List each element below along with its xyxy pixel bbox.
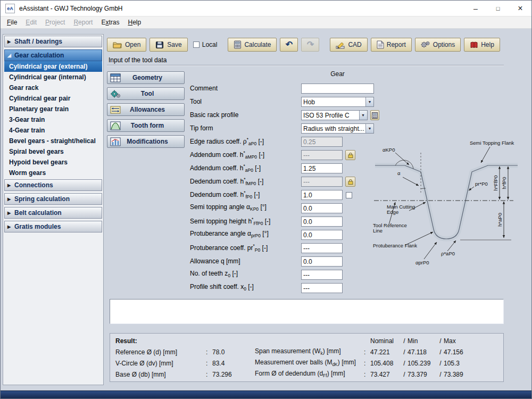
sidebar-item-3-gear-train[interactable]: 3-Gear train [4, 114, 102, 125]
comment-input[interactable] [301, 84, 374, 94]
gear-calculation-items: Cylindrical gear (external) Cylindrical … [4, 61, 102, 178]
undo-button[interactable]: ↶ [280, 38, 298, 52]
dedendum-mod-coeff-input[interactable] [301, 177, 343, 187]
sidebar-item-hypoid-bevel-gears[interactable]: Hypoid bevel gears [4, 157, 102, 168]
dedendum-label: Dedendum coeff. h*fP0 [-] [190, 189, 301, 201]
save-button[interactable]: Save [149, 38, 187, 52]
protuberance-angle-input[interactable] [301, 230, 343, 240]
sidebar-item-bevel-gears[interactable]: Bevel gears - straight/helical [4, 136, 102, 146]
sidebar-section-gear-calculation[interactable]: ◢ Gear calculation [4, 49, 102, 61]
addendum-mod-coeff-input[interactable] [301, 150, 343, 160]
cad-button[interactable]: CAD [330, 38, 367, 52]
profile-shift-input[interactable] [301, 283, 343, 293]
chart-icon [110, 137, 121, 146]
section-label: Gratis modules [14, 223, 61, 230]
semi-topping-angle-input[interactable] [301, 203, 343, 213]
tool-select-value: Hob [302, 97, 365, 106]
sidebar-section-connections[interactable]: ▶ Connections [4, 179, 102, 191]
result-row-base: Base Ø (db) [mm] : 73.296 Form Ø of dede… [115, 369, 503, 380]
maximize-button[interactable]: □ [487, 1, 509, 16]
sidebar-section-belt-calculation[interactable]: ▶ Belt calculation [4, 207, 102, 219]
tolerance-icon [110, 105, 121, 114]
cad-label: CAD [348, 41, 361, 48]
menu-report[interactable]: Report [69, 18, 97, 27]
minimize-button[interactable]: – [464, 1, 487, 16]
section-title: Input of the tool data [109, 56, 167, 64]
result-panel: Result: Nominal / Min / Max Reference Ø … [110, 333, 504, 382]
help-button[interactable]: Help [464, 38, 500, 52]
allowances-label: Allowances [124, 106, 184, 113]
sidebar-section-shaft-bearings[interactable]: ▶ Shaft / bearings [4, 36, 102, 47]
redo-button[interactable]: ↷ [301, 38, 319, 52]
menu-edit[interactable]: Edit [21, 18, 41, 27]
calculator-icon [234, 40, 242, 49]
section-label: Spring calculation [14, 195, 70, 203]
tool-select[interactable]: Hob ▼ [301, 97, 374, 107]
calculate-button[interactable]: Calculate [228, 38, 277, 52]
sidebar-section-spring-calculation[interactable]: ▶ Spring calculation [4, 193, 102, 205]
sidebar-item-4-gear-train[interactable]: 4-Gear train [4, 125, 102, 136]
options-label: Options [433, 41, 455, 48]
addendum-label: Addendum coeff. h*aP0 [-] [190, 163, 301, 174]
bottom-bar [1, 390, 531, 398]
sidebar-item-planetary-gear-train[interactable]: Planetary gear train [4, 104, 102, 114]
rack-profile-detail-button[interactable] [370, 110, 379, 120]
lock-icon [348, 179, 353, 185]
addendum-lock-button[interactable] [345, 150, 355, 160]
local-checkbox-group[interactable]: Local [193, 41, 218, 48]
open-button[interactable]: Open [107, 38, 146, 52]
geometry-button[interactable]: Geometry [107, 71, 185, 84]
modifications-button[interactable]: Modifications [107, 135, 185, 148]
sidebar-item-cylindrical-gear-external[interactable]: Cylindrical gear (external) [4, 61, 102, 72]
section-label: Shaft / bearings [14, 38, 62, 45]
diagram-label-semi-topping-flank: Semi Topping Flank [470, 140, 514, 146]
dedendum-checkbox[interactable] [346, 192, 352, 198]
result-title: Result: [115, 337, 206, 345]
modifications-label: Modifications [124, 138, 184, 145]
chevron-right-icon: ▶ [7, 183, 11, 188]
menu-file[interactable]: File [3, 18, 21, 27]
report-button[interactable]: Report [371, 38, 412, 52]
local-checkbox[interactable] [193, 41, 200, 48]
report-label: Report [387, 41, 406, 48]
close-button[interactable]: × [509, 1, 531, 16]
sidebar-section-gratis-modules[interactable]: ▶ Gratis modules [4, 221, 102, 232]
menu-help[interactable]: Help [123, 18, 145, 27]
allowance-input[interactable] [301, 256, 343, 267]
report-document-icon [377, 40, 384, 49]
semi-topping-height-input[interactable] [301, 217, 343, 227]
sidebar-item-worm-gears[interactable]: Worm gears [4, 168, 102, 178]
sidebar-item-gear-rack[interactable]: Gear rack [4, 82, 102, 93]
protuberance-coeff-input[interactable] [301, 243, 343, 253]
tool-data-form: Gear Comment Tool Hob ▼ Basic rack profi… [190, 70, 379, 295]
sidebar-item-cylindrical-gear-pair[interactable]: Cylindrical gear pair [4, 93, 102, 104]
menu-extras[interactable]: Extras [97, 18, 123, 27]
edge-radius-coeff-input[interactable] [301, 137, 343, 147]
comment-label: Comment [190, 85, 301, 92]
sidebar-item-cylindrical-gear-internal[interactable]: Cylindrical gear (internal) [4, 72, 102, 82]
protuberance-angle-label: Protuberance angle αprP0 [°] [190, 230, 301, 239]
basic-rack-profile-select[interactable]: ISO 53 Profile C ▼ [301, 110, 368, 120]
local-label: Local [202, 41, 218, 48]
save-label: Save [167, 41, 181, 48]
tool-label: Tool [124, 90, 184, 97]
tip-form-select[interactable]: Radius with straight... ▼ [301, 123, 374, 134]
toolbar: Open Save Local Calculate ↶ ↷ CAD [107, 37, 528, 52]
addendum-coeff-input[interactable] [301, 163, 343, 173]
tooth-form-button[interactable]: Tooth form [107, 119, 185, 132]
diagram-label-h-ap0: h*aP0 [497, 213, 503, 227]
allowances-button[interactable]: Allowances [107, 103, 185, 116]
gear-icon [421, 40, 430, 49]
menu-project[interactable]: Project [41, 18, 69, 27]
semi-topping-height-label: Semi topping height h*FfP0 [-] [190, 216, 301, 227]
teeth-count-input[interactable] [301, 270, 343, 280]
tool-button[interactable]: Tool [107, 87, 185, 100]
result-row-vcircle: V-Circle Ø (dv) [mm] : 83.4 Measurement … [115, 358, 503, 369]
dedendum-lock-button[interactable] [345, 177, 355, 187]
profile-shift-label: Profile shift coeff. x0 [-] [190, 284, 301, 293]
chevron-down-icon: ▼ [365, 124, 373, 133]
options-button[interactable]: Options [415, 38, 461, 52]
dedendum-coeff-input[interactable] [301, 190, 343, 200]
module-nav: Geometry Tool Allowances Tooth form Modi… [107, 71, 185, 151]
sidebar-item-spiral-bevel-gears[interactable]: Spiral bevel gears [4, 146, 102, 157]
